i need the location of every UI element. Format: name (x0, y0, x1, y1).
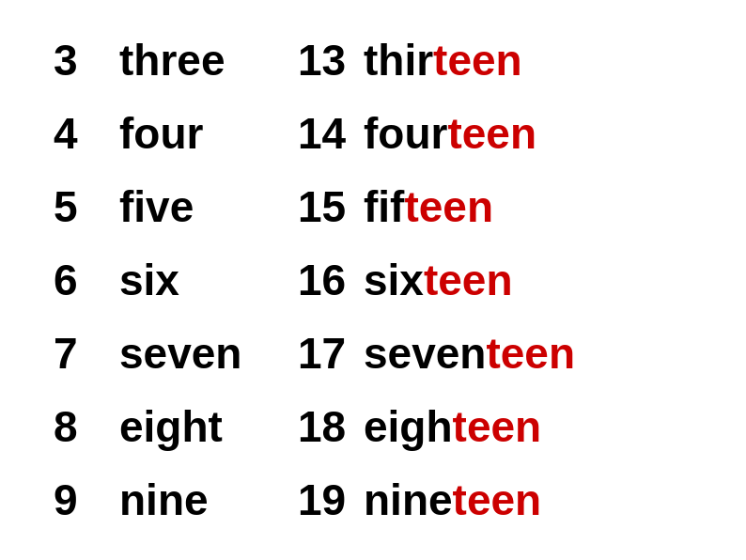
teen-word-red-part: teen (433, 35, 522, 86)
teen-word-15: fifteen (354, 170, 561, 243)
word-four: four (110, 97, 279, 170)
number-8: 8 (35, 390, 110, 463)
teen-word-black-part: nine (364, 474, 453, 525)
number-grid: 3three13thirteen4four14fourteen5five15fi… (35, 23, 711, 537)
teen-word-red-part: teen (424, 255, 513, 305)
teen-word-black-part: seven (364, 328, 486, 379)
word-eight: eight (110, 390, 279, 463)
teen-word-red-part: teen (453, 474, 542, 525)
teen-word-18: eighteen (354, 390, 561, 463)
teen-number-16: 16 (279, 243, 354, 317)
word-five: five (110, 170, 279, 243)
teen-word-19: nineteen (354, 463, 561, 537)
teen-word-13: thirteen (354, 23, 561, 97)
teen-word-red-part: teen (453, 401, 542, 452)
teen-number-14: 14 (279, 97, 354, 170)
teen-word-black-part: four (364, 108, 447, 159)
teen-word-17: seventeen (354, 317, 561, 390)
number-7: 7 (35, 317, 110, 390)
teen-word-red-part: teen (486, 328, 575, 379)
teen-word-black-part: eigh (364, 401, 453, 452)
teen-number-17: 17 (279, 317, 354, 390)
teen-number-18: 18 (279, 390, 354, 463)
teen-number-19: 19 (279, 463, 354, 537)
word-three: three (110, 23, 279, 97)
number-9: 9 (35, 463, 110, 537)
teen-word-red-part: teen (404, 181, 493, 232)
teen-word-black-part: fif (364, 181, 404, 232)
teen-number-13: 13 (279, 23, 354, 97)
word-six: six (110, 243, 279, 317)
teen-number-15: 15 (279, 170, 354, 243)
number-6: 6 (35, 243, 110, 317)
number-4: 4 (35, 97, 110, 170)
teen-word-16: sixteen (354, 243, 561, 317)
number-3: 3 (35, 23, 110, 97)
word-seven: seven (110, 317, 279, 390)
teen-word-14: fourteen (354, 97, 561, 170)
teen-word-black-part: six (364, 255, 424, 305)
word-nine: nine (110, 463, 279, 537)
teen-word-red-part: teen (447, 108, 536, 159)
number-5: 5 (35, 170, 110, 243)
teen-word-black-part: thir (364, 35, 433, 86)
